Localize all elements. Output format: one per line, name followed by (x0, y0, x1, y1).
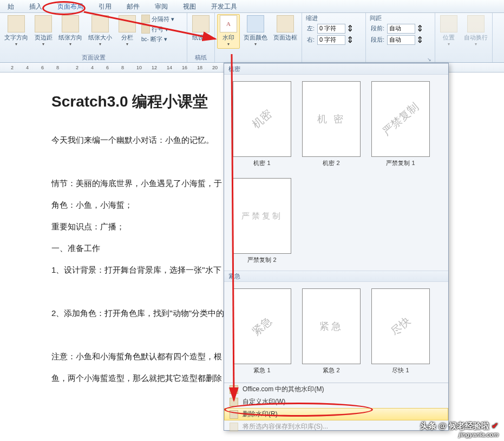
dropdown-section-confidential: 机密 (224, 63, 448, 75)
attribution-line2: jingyanla.com (420, 431, 499, 438)
breaks-label: 分隔符 (152, 15, 169, 23)
watermark-label: 水印 (222, 34, 234, 42)
spacing-after-label: 段后: (369, 36, 386, 44)
spinner-icon[interactable]: ⇕ (346, 23, 354, 34)
image-attribution: 头条 @ 候老经验啦 ✔ jingyanla.com (420, 421, 499, 438)
watermark-caption: 机密 2 (302, 159, 361, 167)
orientation-button[interactable]: 纸张方向▾ (56, 14, 84, 48)
breaks-button[interactable]: 分隔符▾ (140, 14, 175, 24)
lineno-icon (141, 25, 150, 34)
page-color-button[interactable]: 页面颜色▾ (241, 14, 270, 48)
page-border-button[interactable]: 页面边框 (271, 14, 299, 43)
item-label: 删除水印(R) (243, 410, 278, 419)
chevron-down-icon: ▾ (227, 42, 230, 47)
tab-dev-tools[interactable]: 开发工具 (204, 0, 245, 12)
hyphen-label: 断字 (150, 35, 162, 43)
tab-mail[interactable]: 邮件 (119, 0, 147, 12)
indent-right-input[interactable] (317, 35, 345, 45)
paper-size-button[interactable]: 纸张大小▾ (86, 14, 114, 48)
group-label-spacing: ↘ (368, 55, 433, 62)
columns-label: 分栏 (121, 34, 133, 42)
watermark-caption: 严禁复制 2 (233, 256, 291, 264)
dropdown-footer: Office.com 中的其他水印(M) 自定义水印(W)... 删除水印(R)… (224, 383, 448, 433)
watermark-caption: 紧急 1 (233, 366, 291, 374)
group-arrange: 位置▾ 自动换行▾ (435, 13, 493, 62)
hyphenation-button[interactable]: bc-断字▾ (140, 35, 175, 44)
paper-setting-button[interactable]: 纸设置 (189, 14, 212, 43)
chevron-down-icon: ▾ (42, 42, 44, 47)
watermark-preview-text: 严禁复制 (241, 211, 283, 221)
tab-page-layout[interactable]: 页面布局 (50, 0, 91, 12)
indent-right-label: 右: (305, 36, 316, 44)
group-label-page-bg (217, 55, 299, 62)
custom-wm-icon (230, 398, 238, 406)
tab-start[interactable]: 始 (0, 0, 22, 12)
indent-left-input[interactable] (317, 24, 345, 34)
spinner-icon[interactable]: ⇕ (416, 23, 423, 34)
item-label: 将所选内容保存到水印库(S)... (243, 422, 328, 431)
more-watermarks-office-item[interactable]: Office.com 中的其他水印(M) (224, 383, 448, 396)
tab-references[interactable]: 引用 (91, 0, 119, 12)
watermark-option-urgent-2[interactable]: 紧急 紧急 2 (302, 288, 361, 374)
tab-review[interactable]: 审阅 (147, 0, 175, 12)
group-label-arrange (437, 55, 490, 62)
spinner-icon[interactable]: ⇕ (346, 35, 354, 45)
watermark-option-nocopy-2[interactable]: 严禁复制 严禁复制 2 (233, 178, 291, 264)
group-label-paper: 稿纸 (189, 53, 212, 62)
lineno-label: 行号 (152, 25, 163, 34)
text-direction-button[interactable]: 文字方向▾ (2, 14, 30, 48)
spacing-before-input[interactable] (387, 24, 415, 34)
watermark-preview-text: 紧急 (249, 314, 275, 339)
margins-button[interactable]: 页边距▾ (32, 14, 55, 48)
watermark-option-urgent-1[interactable]: 紧急 紧急 1 (233, 288, 291, 374)
chevron-down-icon: ▾ (165, 26, 168, 33)
watermark-preview-text: 机 密 (317, 113, 346, 126)
orientation-label: 纸张方向 (58, 34, 82, 42)
save-to-gallery-item: 将所选内容保存到水印库(S)... (224, 420, 448, 433)
columns-button[interactable]: 分栏▾ (116, 14, 139, 48)
office-icon (230, 385, 238, 394)
chevron-down-icon: ▾ (126, 42, 128, 47)
watermark-dropdown: 机密 机密 机密 1 机 密 机密 2 严禁复制 严禁复制 1 严禁复制 严禁复… (224, 63, 449, 431)
indent-left-label: 左: (305, 24, 316, 32)
watermark-caption: 尽快 1 (371, 366, 430, 374)
page-color-label: 页面颜色 (244, 34, 267, 42)
watermark-option-asap-1[interactable]: 尽快 尽快 1 (371, 288, 430, 374)
group-page-setup: 文字方向▾ 页边距▾ 纸张方向▾ 纸张大小▾ 分栏▾ 分隔符▾ 行号▾ bc-断… (0, 13, 187, 62)
dialog-launcher-icon[interactable]: ↘ (427, 57, 431, 62)
attribution-line1: 头条 @ 候老经验啦 (420, 421, 489, 430)
watermark-option-confidential-1[interactable]: 机密 机密 1 (233, 81, 291, 167)
wrap-text-button[interactable]: 自动换行▾ (462, 14, 490, 48)
chevron-down-icon: ▾ (475, 42, 477, 47)
custom-watermark-item[interactable]: 自定义水印(W)... (224, 396, 448, 408)
spinner-icon[interactable]: ⇕ (416, 35, 423, 45)
tab-view[interactable]: 视图 (175, 0, 204, 12)
spacing-header: 间距 (368, 14, 433, 22)
watermark-preview-text: 机密 (249, 107, 275, 131)
paper-size-label: 纸张大小 (88, 34, 112, 42)
group-label-indent (304, 55, 363, 62)
group-page-background: A水印▾ 页面颜色▾ 页面边框 (215, 13, 302, 62)
watermark-preview-text: 尽快 (388, 314, 414, 339)
chevron-down-icon: ▾ (99, 42, 101, 47)
watermark-button[interactable]: A水印▾ (217, 14, 240, 49)
chevron-down-icon: ▾ (171, 16, 174, 23)
chevron-down-icon: ▾ (69, 42, 71, 47)
group-indent: 缩进 左: ⇕ 右: ⇕ (302, 13, 366, 62)
watermark-preview-text: 紧急 (319, 320, 343, 333)
remove-watermark-item[interactable]: 删除水印(R) (224, 408, 448, 420)
remove-wm-icon (230, 410, 238, 419)
tab-insert[interactable]: 插入 (22, 0, 50, 12)
watermark-option-confidential-2[interactable]: 机 密 机密 2 (302, 81, 361, 167)
watermark-option-nocopy-1[interactable]: 严禁复制 严禁复制 1 (371, 81, 430, 167)
paper-setting-label: 纸设置 (192, 34, 210, 42)
tab-bar: 始 插入 页面布局 引用 邮件 审阅 视图 开发工具 (0, 0, 504, 13)
position-button[interactable]: 位置▾ (437, 14, 460, 48)
spacing-after-input[interactable] (387, 35, 415, 45)
breaks-icon (141, 15, 150, 23)
line-numbers-button[interactable]: 行号▾ (140, 24, 175, 34)
group-paper: 纸设置 稿纸 (187, 13, 215, 62)
spacing-before-label: 段前: (369, 24, 386, 32)
chevron-down-icon: ▾ (448, 42, 450, 47)
wrap-label: 自动换行 (464, 34, 488, 42)
